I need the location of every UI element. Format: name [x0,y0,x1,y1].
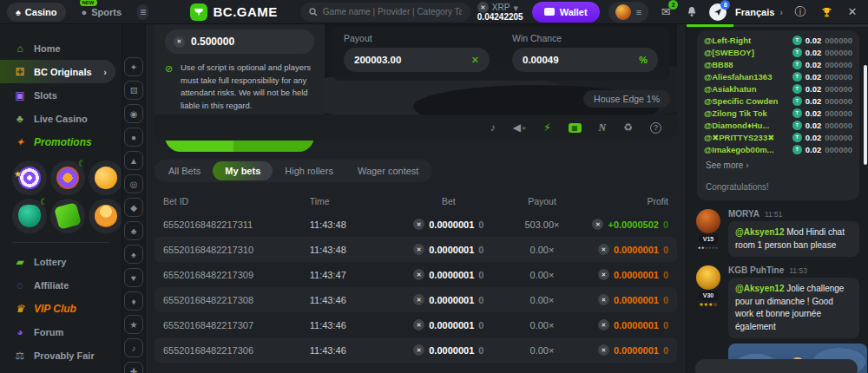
table-row[interactable]: 65520168482217308 11:43:46 0.00000010 0.… [155,287,677,312]
win-row[interactable]: @Asiakhatun 0.02000000 [704,82,852,95]
chat-username[interactable]: KGB PuhTine [728,265,784,275]
payout-field[interactable]: ✕ [344,48,490,72]
wallet-button[interactable]: Wallet [532,2,600,23]
music-icon[interactable]: ♪ [490,121,496,134]
game-shortcut[interactable]: ✚ [124,362,143,373]
win-row[interactable]: @Imakegob00m... 0.02000000 [704,143,852,155]
game-shortcut[interactable]: ● [124,128,143,147]
chat-toggle-button[interactable]: 8 [709,3,727,21]
sidebar-item[interactable]: ▣ Slots [0,83,122,107]
col-profit: Profit [582,196,668,206]
chat-input[interactable] [695,359,858,373]
payout-input[interactable] [354,55,466,65]
win-row[interactable]: @BB88 0.02000000 [704,58,852,70]
table-row[interactable]: 65520168482217306 11:43:46 0.00000010 0.… [155,337,677,363]
menu-toggle-icon[interactable]: ≡ [137,4,148,20]
game-shortcut[interactable]: ♥ [124,268,143,287]
sound-icon[interactable]: ◀ [513,121,526,134]
game-shortcut[interactable]: ♣ [124,221,143,240]
currency-selector[interactable]: XRP ▾ 0.04242205 [477,2,523,22]
sidebar-item[interactable]: ✦ Promotions [0,130,122,154]
promo-tile[interactable] [50,199,85,233]
game-search[interactable] [300,3,470,22]
game-shortcut[interactable]: ♦ [124,291,143,311]
win-row[interactable]: @Aliesfahan1363 0.02000000 [704,70,852,82]
avatar[interactable] [696,265,720,290]
winner-username[interactable]: @[SWEBOY] [704,48,792,57]
mention-link[interactable]: @Aksyen12 [735,284,784,293]
win-chance-field[interactable]: % [512,48,658,72]
win-row[interactable]: @Diamond♦Hu... 0.02000000 [704,119,852,131]
game-shortcut[interactable]: ◎ [124,174,143,193]
win-chance-input[interactable] [523,55,634,65]
mail-button[interactable]: ✉ 2 [657,3,674,21]
notifications-button[interactable] [683,3,700,21]
promo-tile[interactable]: ☾ [50,160,85,195]
win-row[interactable]: @✖PRITTYS233✖ 0.02000000 [704,131,852,143]
table-row[interactable]: 65520168482217310 11:43:48 0.00000010 0.… [155,237,677,262]
winner-username[interactable]: @Specific Cowden [704,96,792,106]
game-shortcut[interactable]: ◉ [124,104,143,123]
bet-amount-field[interactable] [165,29,314,54]
casino-toggle[interactable]: ♠ Casino [7,3,66,22]
sidebar-item[interactable]: ♛ VIP Club [0,297,122,320]
sidebar-item[interactable]: ⚃ BC Originals › [0,60,115,83]
table-row[interactable]: 65520168482217309 11:43:47 0.00000010 0.… [155,262,677,287]
win-row[interactable]: @Specific Cowden 0.02000000 [704,95,852,107]
bets-tab[interactable]: My bets [213,161,273,180]
promo-tile[interactable] [89,160,122,195]
game-shortcut[interactable]: ◆ [124,198,143,217]
info-button[interactable]: ⓘ [792,3,809,21]
game-shortcut[interactable]: ★ [124,315,143,334]
winner-username[interactable]: @Imakegob00m... [704,145,792,154]
winner-username[interactable]: @Aliesfahan1363 [704,72,792,82]
chat-username[interactable]: MORYA [728,209,760,219]
sidebar-item[interactable]: ▰ Lottery [0,250,122,273]
winner-username[interactable]: @Diamond♦Hu... [704,121,792,130]
sports-toggle[interactable]: NEW ● Sports [73,3,131,22]
language-selector[interactable]: Français › [735,7,783,17]
game-shortcut[interactable]: ♠ [124,245,143,264]
promo-tile[interactable]: ☾ [12,199,47,233]
clear-icon[interactable]: ♻ [623,121,633,134]
game-shortcut[interactable]: ⚄ [124,81,143,100]
promo-tile[interactable] [89,199,122,233]
game-shortcut[interactable]: ✦ [124,57,143,76]
search-input[interactable] [323,7,462,16]
sidebar-item[interactable]: ◌ Affiliate [0,273,122,297]
table-row[interactable]: 65520168482217307 11:43:46 0.00000010 0.… [155,312,677,337]
table-row[interactable]: 65520168482217311 11:43:48 0.00000010 50… [155,212,677,237]
win-row[interactable]: @[SWEBOY] 0.02000000 [704,46,852,58]
chat-scrollbar[interactable] [864,65,867,165]
sidebar-item[interactable]: ⌂ Home [0,36,122,60]
mention-link[interactable]: @Aksyen12 [735,227,784,237]
sidebar-item[interactable]: ◕ Forum [0,320,122,344]
trends-icon[interactable]: N [599,121,607,134]
profile-menu[interactable]: ≡ [608,2,648,23]
hotkeys-icon[interactable]: ▦ [569,123,582,133]
avatar[interactable] [696,209,720,233]
winner-username[interactable]: @Asiakhatun [704,84,792,94]
game-shortcut[interactable]: ♪ [124,338,143,357]
promo-tile[interactable] [12,160,47,195]
winner-username[interactable]: @Left-Right [704,36,792,45]
bets-tab[interactable]: Wager contest [345,161,431,180]
bets-tab[interactable]: All Bets [156,161,213,180]
winner-username[interactable]: @BB88 [704,60,792,69]
winner-username[interactable]: @Zilong Tik Tok [704,108,792,118]
contest-button[interactable] [818,3,835,21]
see-more-link[interactable]: See more › [704,155,852,172]
t-coin-icon [792,121,802,130]
win-row[interactable]: @Zilong Tik Tok 0.02000000 [704,107,852,119]
close-button[interactable]: ✕ [844,3,861,21]
turbo-icon[interactable]: ⚡ [543,121,550,134]
game-shortcut[interactable]: ▲ [124,151,143,170]
bets-tab[interactable]: High rollers [273,161,345,180]
win-row[interactable]: @Left-Right 0.02000000 [704,34,852,46]
bc-game-logo[interactable]: BC.GAME [190,3,277,21]
winner-username[interactable]: @✖PRITTYS233✖ [704,133,792,142]
sidebar-item[interactable]: ⚖ Provably Fair [0,344,122,367]
sidebar-item[interactable]: ♣ Live Casino [0,107,122,130]
bet-amount-input[interactable] [191,36,278,48]
help-icon[interactable]: ? [650,122,661,134]
